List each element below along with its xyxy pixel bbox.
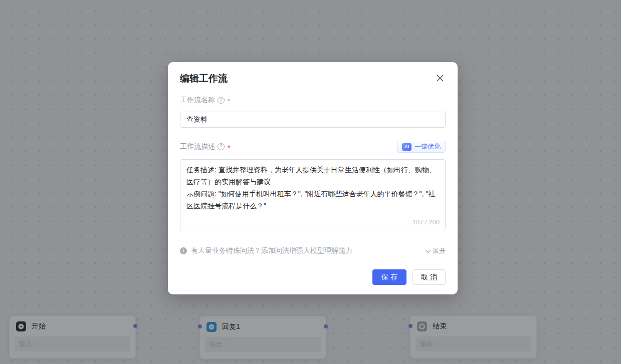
workflow-description-textarea[interactable]: 任务描述: 查找并整理资料，为老年人提供关于日常生活便利性（如出行、购物、医疗等… [180, 159, 446, 230]
cancel-button[interactable]: 取消 [412, 269, 446, 285]
required-mark: * [228, 144, 230, 152]
close-icon [437, 75, 444, 83]
save-button[interactable]: 保存 [372, 269, 406, 285]
chevron-down-icon [426, 246, 431, 255]
hint-text: 有大量业务特殊问法？添加问法增强大模型理解能力 [191, 246, 352, 255]
required-mark: * [228, 97, 230, 105]
desc-field-label: 工作流描述 [180, 142, 215, 151]
dialog-title: 编辑工作流 [180, 72, 228, 85]
ai-optimize-label: 一键优化 [415, 142, 441, 151]
workflow-name-input[interactable] [180, 112, 446, 128]
name-field-label: 工作流名称 [180, 96, 215, 105]
expand-toggle[interactable]: 展开 [426, 246, 446, 255]
close-button[interactable] [435, 73, 446, 84]
edit-workflow-dialog: 编辑工作流 工作流名称 ? * 工作流描述 ? * AI 一键优化 任务描述: … [168, 62, 458, 294]
help-icon[interactable]: ? [218, 97, 225, 104]
ai-badge-icon: AI [402, 143, 411, 151]
info-icon: ! [180, 247, 187, 254]
ai-optimize-button[interactable]: AI 一键优化 [397, 141, 446, 153]
help-icon[interactable]: ? [218, 143, 225, 150]
expand-label: 展开 [433, 246, 446, 255]
